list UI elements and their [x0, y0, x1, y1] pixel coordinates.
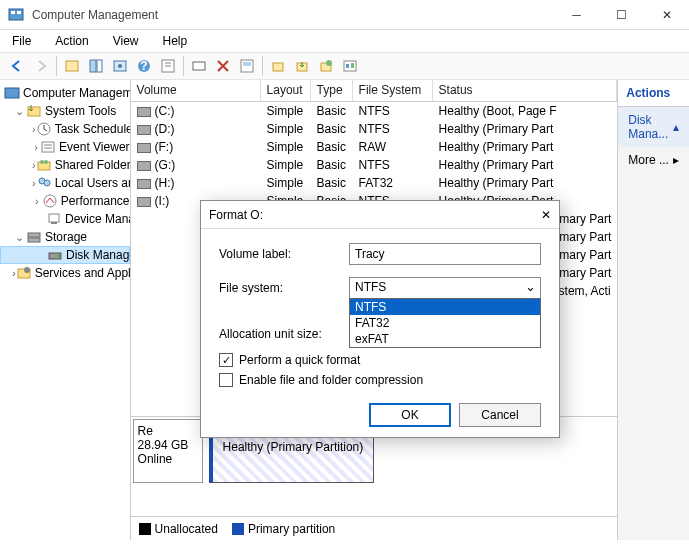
svg-rect-21 [346, 64, 349, 68]
svg-rect-22 [351, 63, 354, 68]
volume-row[interactable]: (H:)SimpleBasicFAT32Healthy (Primary Par… [131, 174, 618, 192]
swatch-primary [232, 523, 244, 535]
toolbar: ? [0, 52, 689, 80]
svg-rect-24 [28, 107, 40, 116]
svg-rect-0 [9, 9, 23, 20]
svg-rect-29 [38, 162, 50, 170]
tree-event-viewer[interactable]: ›Event Viewer [0, 138, 130, 156]
chevron-right-icon: ▸ [673, 153, 679, 167]
tree-performance[interactable]: ›Performance [0, 192, 130, 210]
help-icon[interactable]: ? [133, 55, 155, 77]
svg-rect-2 [17, 11, 21, 14]
tree-shared-folders[interactable]: ›Shared Folders [0, 156, 130, 174]
toolbar-icon[interactable] [85, 55, 107, 77]
compression-row[interactable]: Enable file and folder compression [219, 373, 541, 387]
quick-format-checkbox[interactable]: ✓ [219, 353, 233, 367]
tree-local-users[interactable]: ›Local Users and Gro [0, 174, 130, 192]
svg-point-34 [44, 195, 56, 207]
tree-storage[interactable]: ⌄Storage [0, 228, 130, 246]
legend: Unallocated Primary partition [131, 516, 618, 540]
fs-option-ntfs[interactable]: NTFS [350, 299, 540, 315]
file-system-combo[interactable]: NTFS [349, 277, 541, 299]
tree-system-tools[interactable]: ⌄System Tools [0, 102, 130, 120]
col-filesystem[interactable]: File System [353, 80, 433, 101]
actions-more[interactable]: More ...▸ [618, 147, 689, 173]
svg-rect-16 [273, 63, 283, 71]
menu-help[interactable]: Help [159, 32, 192, 50]
toolbar-icon[interactable] [61, 55, 83, 77]
back-button[interactable] [6, 55, 28, 77]
volume-row[interactable]: (G:)SimpleBasicNTFSHealthy (Primary Part [131, 156, 618, 174]
toolbar-icon[interactable] [291, 55, 313, 77]
svg-rect-5 [97, 60, 102, 72]
app-icon [8, 7, 24, 23]
svg-rect-1 [11, 11, 15, 14]
svg-rect-4 [90, 60, 96, 72]
svg-rect-15 [243, 62, 251, 66]
svg-point-40 [58, 255, 60, 257]
toolbar-icon[interactable] [188, 55, 210, 77]
tree-pane: Computer Management (L ⌄System Tools ›Ta… [0, 80, 131, 540]
alloc-size-lbl: Allocation unit size: [219, 327, 349, 341]
svg-point-7 [118, 64, 122, 68]
toolbar-icon[interactable] [109, 55, 131, 77]
tree-services[interactable]: ›Services and Applicatio [0, 264, 130, 282]
ok-button[interactable]: OK [369, 403, 451, 427]
svg-rect-36 [51, 222, 57, 224]
menu-action[interactable]: Action [51, 32, 92, 50]
svg-rect-3 [66, 61, 78, 71]
minimize-button[interactable]: ─ [554, 0, 599, 30]
svg-point-31 [44, 160, 48, 164]
toolbar-icon[interactable] [157, 55, 179, 77]
tree-disk-management[interactable]: Disk Management [0, 246, 130, 264]
close-button[interactable]: ✕ [644, 0, 689, 30]
svg-point-19 [326, 60, 332, 66]
menu-file[interactable]: File [8, 32, 35, 50]
col-status[interactable]: Status [433, 80, 618, 101]
menu-view[interactable]: View [109, 32, 143, 50]
col-layout[interactable]: Layout [261, 80, 311, 101]
svg-rect-23 [5, 88, 19, 98]
compression-checkbox[interactable] [219, 373, 233, 387]
window-title: Computer Management [32, 8, 554, 22]
cancel-button[interactable]: Cancel [459, 403, 541, 427]
toolbar-icon[interactable] [339, 55, 361, 77]
volume-row[interactable]: (D:)SimpleBasicNTFSHealthy (Primary Part [131, 120, 618, 138]
tree-root[interactable]: Computer Management (L [0, 84, 130, 102]
svg-point-30 [40, 160, 44, 164]
actions-disk-mana[interactable]: Disk Mana...▴ [618, 107, 689, 147]
svg-rect-37 [28, 233, 40, 237]
file-system-lbl: File system: [219, 281, 349, 295]
svg-rect-35 [49, 214, 59, 222]
swatch-unallocated [139, 523, 151, 535]
toolbar-icon[interactable] [315, 55, 337, 77]
forward-button[interactable] [30, 55, 52, 77]
svg-rect-20 [344, 61, 356, 71]
volume-label-lbl: Volume label: [219, 247, 349, 261]
svg-rect-13 [193, 62, 205, 70]
toolbar-icon[interactable] [236, 55, 258, 77]
fs-option-exfat[interactable]: exFAT [350, 331, 540, 347]
volume-row[interactable]: (C:)SimpleBasicNTFSHealthy (Boot, Page F [131, 102, 618, 120]
maximize-button[interactable]: ☐ [599, 0, 644, 30]
grid-header: Volume Layout Type File System Status [131, 80, 618, 102]
col-volume[interactable]: Volume [131, 80, 261, 101]
dialog-titlebar: Format O: ✕ [201, 201, 559, 229]
quick-format-row[interactable]: ✓ Perform a quick format [219, 353, 541, 367]
delete-icon[interactable] [212, 55, 234, 77]
volume-row[interactable]: (F:)SimpleBasicRAWHealthy (Primary Part [131, 138, 618, 156]
dialog-close-button[interactable]: ✕ [541, 208, 551, 222]
menubar: File Action View Help [0, 30, 689, 52]
svg-point-33 [44, 180, 50, 186]
actions-pane: Actions Disk Mana...▴ More ...▸ [618, 80, 689, 540]
tree-device-manager[interactable]: Device Manager [0, 210, 130, 228]
svg-text:?: ? [140, 59, 147, 73]
col-type[interactable]: Type [311, 80, 353, 101]
fs-option-fat32[interactable]: FAT32 [350, 315, 540, 331]
tree-task-scheduler[interactable]: ›Task Scheduler [0, 120, 130, 138]
toolbar-icon[interactable] [267, 55, 289, 77]
disk-label[interactable]: Re 28.94 GB Online [133, 419, 203, 483]
volume-label-input[interactable] [349, 243, 541, 265]
dialog-title: Format O: [209, 208, 541, 222]
collapse-icon: ▴ [673, 120, 679, 134]
